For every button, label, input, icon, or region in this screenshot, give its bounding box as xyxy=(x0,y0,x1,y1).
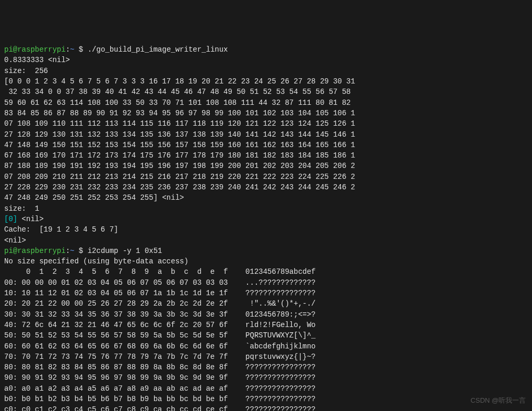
i2c-row: a0: a0 a1 a2 a3 a4 a5 a6 a7 a8 a9 aa ab … xyxy=(4,384,316,393)
output-array-line: 07 208 209 210 211 212 213 214 215 216 2… xyxy=(4,173,355,181)
output-nil-line: <nil> xyxy=(4,236,26,245)
output-array-line: [0 0 0 1 2 3 4 5 6 7 5 6 7 3 3 3 16 17 1… xyxy=(4,77,355,86)
i2c-row: 20: 20 21 22 00 00 25 26 27 28 29 2a 2b … xyxy=(4,299,316,308)
prompt-user: pi xyxy=(4,247,13,255)
output-array-line: 32 33 34 0 0 37 38 39 40 41 42 43 44 45 … xyxy=(4,88,355,96)
prompt-dollar: $ xyxy=(74,45,87,54)
output-array-line: 07 108 109 110 111 112 113 114 115 116 1… xyxy=(4,119,355,128)
output-line: size: 256 xyxy=(4,67,48,75)
i2c-row: 50: 50 51 52 53 54 55 56 57 58 59 5a 5b … xyxy=(4,331,316,340)
output-nil: <nil> xyxy=(17,215,43,223)
i2c-row: 80: 80 81 82 83 84 85 86 87 88 89 8a 8b … xyxy=(4,363,316,371)
output-line: size: 1 xyxy=(4,204,39,213)
output-array-line: 67 168 169 170 171 172 173 174 175 176 1… xyxy=(4,151,355,160)
output-array-line: 59 60 61 62 63 114 108 100 33 50 33 70 7… xyxy=(4,99,355,107)
i2c-row: 70: 70 71 72 73 74 75 76 77 78 79 7a 7b … xyxy=(4,353,316,361)
output-array-line: 83 84 85 86 87 88 89 90 91 92 93 94 95 9… xyxy=(4,109,355,117)
prompt-at: @ xyxy=(13,247,17,255)
output-zero: [0] xyxy=(4,215,17,223)
terminal[interactable]: pi@raspberrypi:~ $ ./go_build_pi_image_w… xyxy=(4,44,528,411)
i2c-row: 10: 10 11 12 01 02 03 04 05 06 07 1a 1b … xyxy=(4,289,316,297)
output-line: [0] <nil> xyxy=(4,215,44,223)
i2c-row: 30: 30 31 32 33 34 35 36 37 38 39 3a 3b … xyxy=(4,310,316,319)
i2c-row: 00: 00 00 00 01 02 03 04 05 06 07 05 06 … xyxy=(4,279,316,287)
prompt-sep1: : xyxy=(66,45,70,54)
i2c-msg: No size specified (using byte-data acces… xyxy=(4,257,188,265)
output-cache-line: Cache: [19 1 2 3 4 5 6 7] xyxy=(4,225,118,234)
prompt-line-2: pi@raspberrypi:~ $ i2cdump -y 1 0x51 xyxy=(4,247,162,255)
prompt-sep1: : xyxy=(66,247,70,255)
i2c-row: 60: 60 61 62 63 64 65 66 67 68 69 6a 6b … xyxy=(4,342,316,350)
output-array-line: 87 188 189 190 191 192 193 194 195 196 1… xyxy=(4,162,355,170)
i2c-row: 40: 72 6c 64 21 32 21 46 47 65 6c 6c 6f … xyxy=(4,321,316,329)
i2c-row: b0: b0 b1 b2 b3 b4 b5 b6 b7 b8 b9 ba bb … xyxy=(4,395,316,403)
i2c-row: 90: 90 91 92 93 94 95 96 97 98 99 9a 9b … xyxy=(4,373,316,382)
i2c-row: c0: c0 c1 c2 c3 c4 c5 c6 c7 c8 c9 ca cb … xyxy=(4,405,316,411)
prompt-user: pi xyxy=(4,45,13,54)
output-line: 0.8333333 <nil> xyxy=(4,56,70,64)
prompt-dollar: $ xyxy=(74,247,87,255)
prompt-host: raspberrypi xyxy=(17,247,65,255)
prompt-host: raspberrypi xyxy=(17,45,65,54)
prompt-at: @ xyxy=(13,45,17,54)
output-array-line: 47 148 149 150 151 152 153 154 155 156 1… xyxy=(4,141,355,149)
i2c-header: 0 1 2 3 4 5 6 7 8 9 a b c d e f 01234567… xyxy=(4,268,316,276)
output-array-line: 27 228 229 230 231 232 233 234 235 236 2… xyxy=(4,183,355,191)
output-array-line: 27 128 129 130 131 132 133 134 135 136 1… xyxy=(4,130,355,139)
command-1: ./go_build_pi_image_writer_linux xyxy=(88,45,228,54)
output-array-line: 47 248 249 250 251 252 253 254 255] <nil… xyxy=(4,194,184,202)
command-2: i2cdump -y 1 0x51 xyxy=(88,247,162,255)
prompt-line-1: pi@raspberrypi:~ $ ./go_build_pi_image_w… xyxy=(4,45,228,54)
watermark: CSDN @听我一言 xyxy=(470,396,526,406)
